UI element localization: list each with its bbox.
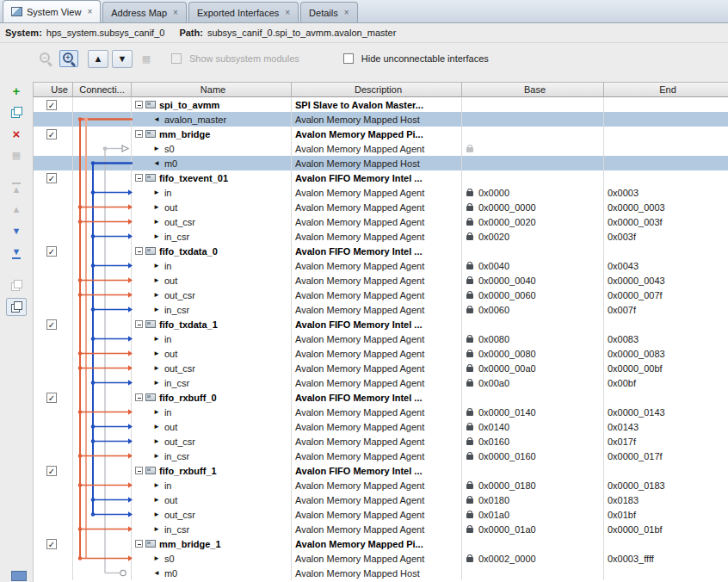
- connections-cell[interactable]: [73, 463, 132, 478]
- connections-cell[interactable]: [73, 478, 132, 492]
- table-row[interactable]: ✓ fifo_rxbuff_1 Avalon FIFO Memory Intel…: [34, 463, 728, 478]
- connections-cell[interactable]: [73, 449, 132, 463]
- connections-cell[interactable]: [73, 229, 132, 244]
- table-row[interactable]: ► in_csr Avalon Memory Mapped Agent 0x00…: [34, 302, 728, 317]
- h-scrollbar-thumb[interactable]: [11, 571, 27, 581]
- table-row[interactable]: ► in_csr Avalon Memory Mapped Agent 0x00…: [34, 375, 728, 390]
- collapse-icon[interactable]: [135, 247, 143, 255]
- table-row[interactable]: ► in_csr Avalon Memory Mapped Agent 0x00…: [34, 229, 728, 244]
- table-row[interactable]: ► s0 Avalon Memory Mapped Agent: [34, 141, 728, 156]
- edit-button[interactable]: ▦: [6, 146, 27, 164]
- tab-details[interactable]: Details ×: [300, 2, 357, 22]
- table-row[interactable]: ► out Avalon Memory Mapped Agent 0x0000_…: [34, 346, 728, 361]
- connections-cell[interactable]: [73, 375, 132, 390]
- table-row[interactable]: ► in Avalon Memory Mapped Agent 0x0040 0…: [34, 258, 728, 273]
- add-connection-button[interactable]: [6, 103, 27, 121]
- connections-cell[interactable]: [73, 214, 132, 229]
- table-row[interactable]: ► in Avalon Memory Mapped Agent 0x0000_0…: [34, 478, 728, 492]
- table-row[interactable]: ◄ m0 Avalon Memory Mapped Host: [34, 566, 728, 580]
- show-subsystem-checkbox[interactable]: [171, 53, 182, 64]
- column-header-end[interactable]: End: [604, 83, 728, 97]
- collapse-icon[interactable]: [135, 320, 143, 328]
- move-top-button[interactable]: ▲: [6, 179, 27, 197]
- connections-cell[interactable]: [73, 244, 132, 258]
- table-row[interactable]: ► out Avalon Memory Mapped Agent 0x0000_…: [34, 200, 728, 214]
- connections-cell[interactable]: [73, 536, 132, 551]
- table-row[interactable]: ► in Avalon Memory Mapped Agent 0x0000_0…: [34, 405, 728, 419]
- connections-cell[interactable]: [73, 551, 132, 566]
- connections-cell[interactable]: [73, 346, 132, 361]
- table-row[interactable]: ✓ mm_bridge_1 Avalon Memory Mapped Pi...: [34, 536, 728, 551]
- connections-cell[interactable]: [73, 434, 132, 449]
- tab-address-map[interactable]: Address Map ×: [102, 2, 187, 22]
- table-row[interactable]: ► out Avalon Memory Mapped Agent 0x0000_…: [34, 273, 728, 288]
- collapse-icon[interactable]: [135, 174, 143, 182]
- collapse-icon[interactable]: [135, 393, 143, 401]
- table-row[interactable]: ✓ fifo_txevent_01 Avalon FIFO Memory Int…: [34, 170, 728, 185]
- table-row[interactable]: ► out Avalon Memory Mapped Agent 0x0140 …: [34, 419, 728, 434]
- tab-system-view[interactable]: System View ×: [3, 0, 101, 22]
- connections-cell[interactable]: [73, 419, 132, 434]
- collapse-all-button[interactable]: ▲: [88, 50, 108, 68]
- connections-cell[interactable]: [73, 331, 132, 346]
- connections-cell[interactable]: [73, 112, 132, 127]
- connections-cell[interactable]: [73, 317, 132, 331]
- table-row[interactable]: ✓ fifo_rxbuff_0 Avalon FIFO Memory Intel…: [34, 390, 728, 405]
- hide-unconnectable-checkbox[interactable]: [343, 53, 354, 64]
- use-checkbox[interactable]: ✓: [46, 466, 57, 476]
- connections-cell[interactable]: [73, 156, 132, 170]
- connections-cell[interactable]: [73, 507, 132, 522]
- use-checkbox[interactable]: ✓: [46, 319, 57, 330]
- remove-button[interactable]: ×: [6, 125, 27, 143]
- highlight-button[interactable]: ▦: [136, 50, 157, 68]
- tab-close-icon[interactable]: ×: [285, 8, 290, 17]
- table-row[interactable]: ✓ spi_to_avmm SPI Slave to Avalon Master…: [34, 97, 728, 112]
- connections-cell[interactable]: [73, 127, 132, 141]
- use-checkbox[interactable]: ✓: [46, 129, 57, 139]
- connections-cell[interactable]: [73, 566, 132, 580]
- tab-close-icon[interactable]: ×: [173, 8, 178, 17]
- collapse-icon[interactable]: [135, 101, 143, 108]
- table-row[interactable]: ► out_csr Avalon Memory Mapped Agent 0x0…: [34, 507, 728, 522]
- collapse-icon[interactable]: [135, 540, 143, 548]
- table-row[interactable]: ► in_csr Avalon Memory Mapped Agent 0x00…: [34, 449, 728, 463]
- collapse-icon[interactable]: [135, 130, 143, 138]
- connections-cell[interactable]: [73, 141, 132, 156]
- use-checkbox[interactable]: ✓: [46, 246, 57, 257]
- table-row[interactable]: ◄ avalon_master Avalon Memory Mapped Hos…: [34, 112, 728, 127]
- connections-cell[interactable]: [73, 273, 132, 288]
- expand-all-button[interactable]: ▼: [112, 50, 133, 68]
- use-checkbox[interactable]: ✓: [46, 173, 57, 183]
- connections-cell[interactable]: [73, 492, 132, 507]
- collapse-icon[interactable]: [135, 467, 143, 474]
- use-checkbox[interactable]: ✓: [46, 100, 57, 110]
- table-row[interactable]: ► out Avalon Memory Mapped Agent 0x0180 …: [34, 492, 728, 507]
- table-row[interactable]: ✓ fifo_txdata_1 Avalon FIFO Memory Intel…: [34, 317, 728, 331]
- connections-cell[interactable]: [73, 302, 132, 317]
- table-row[interactable]: ► s0 Avalon Memory Mapped Agent 0x0002_0…: [34, 551, 728, 566]
- column-header-description[interactable]: Description: [292, 83, 462, 97]
- zoom-in-button[interactable]: +: [59, 50, 78, 67]
- table-row[interactable]: ► out_csr Avalon Memory Mapped Agent 0x0…: [34, 288, 728, 302]
- column-header-name[interactable]: Name: [132, 83, 292, 97]
- connections-cell[interactable]: [73, 258, 132, 273]
- column-header-base[interactable]: Base: [462, 83, 604, 97]
- move-bottom-button[interactable]: ▼: [6, 244, 27, 262]
- table-row[interactable]: ✓ mm_bridge Avalon Memory Mapped Pi...: [34, 127, 728, 141]
- table-row[interactable]: ► out_csr Avalon Memory Mapped Agent 0x0…: [34, 214, 728, 229]
- table-row[interactable]: ► out_csr Avalon Memory Mapped Agent 0x0…: [34, 361, 728, 375]
- table-row[interactable]: ► in Avalon Memory Mapped Agent 0x0000 0…: [34, 185, 728, 200]
- table-row[interactable]: ► in Avalon Memory Mapped Agent 0x0080 0…: [34, 331, 728, 346]
- connections-cell[interactable]: [73, 288, 132, 302]
- connections-cell[interactable]: [73, 185, 132, 200]
- column-header-use[interactable]: Use: [34, 83, 73, 97]
- connections-cell[interactable]: [73, 405, 132, 419]
- table-row[interactable]: ► in_csr Avalon Memory Mapped Agent 0x00…: [34, 522, 728, 536]
- move-up-button[interactable]: ▲: [6, 201, 27, 219]
- table-row[interactable]: ► out_csr Avalon Memory Mapped Agent 0x0…: [34, 434, 728, 449]
- connections-cell[interactable]: [73, 200, 132, 214]
- use-checkbox[interactable]: ✓: [46, 393, 57, 403]
- move-down-button[interactable]: ▼: [6, 222, 27, 240]
- connections-cell[interactable]: [73, 390, 132, 405]
- connections-cell[interactable]: [73, 361, 132, 375]
